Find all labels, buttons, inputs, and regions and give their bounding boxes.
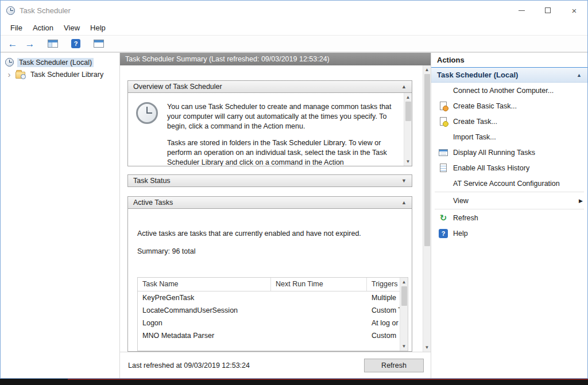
column-header-task-name[interactable]: Task Name [138,278,271,291]
active-tasks-description: Active tasks are tasks that are currentl… [137,230,408,238]
results-pane-scrollbar[interactable]: ▲ ▼ [423,65,431,352]
expand-arrow-icon[interactable]: ▼ [401,178,407,184]
column-header-next-run-time[interactable]: Next Run Time [271,278,367,291]
cell-triggers: Custom [367,332,400,340]
scroll-down-icon[interactable]: ▼ [400,342,408,351]
refresh-icon: ↻ [440,213,447,222]
action-import-task[interactable]: Import Task... [431,129,587,145]
scroll-up-icon[interactable]: ▲ [400,278,408,286]
action-create-task[interactable]: Create Task... [431,114,587,129]
action-enable-all-tasks-history[interactable]: Enable All Tasks History [431,160,587,176]
maximize-icon [545,7,551,13]
app-clock-icon [6,6,15,15]
tree-item-task-scheduler-library[interactable]: › Task Scheduler Library [1,68,119,80]
menubar: File Action View Help [1,20,587,35]
help-button[interactable]: ? [68,37,83,50]
last-refreshed-text: Last refreshed at 09/03/2019 12:53:24 [128,361,250,370]
table-row[interactable]: MNO Metadata Parser Custom [138,329,400,342]
table-scrollbar[interactable]: ▲ ▼ [400,278,408,351]
overview-section-header[interactable]: Overview of Task Scheduler ▲ [127,80,412,93]
titlebar: Task Scheduler × [1,1,587,20]
overview-text: You can use Task Scheduler to create and… [167,102,400,166]
menu-action[interactable]: Action [28,22,59,34]
collapse-arrow-icon[interactable]: ▲ [577,72,582,78]
help-icon: ? [71,39,80,48]
menu-help[interactable]: Help [85,22,111,34]
action-help[interactable]: ? Help [431,225,587,241]
overview-section-body: You can use Task Scheduler to create and… [127,93,412,166]
folder-clock-icon [16,72,25,79]
submenu-arrow-icon: ▶ [579,198,583,204]
cell-task-name: KeyPreGenTask [138,294,271,302]
actions-group-label: Task Scheduler (Local) [437,71,518,79]
create-task-icon [440,117,447,126]
overview-paragraph-1: You can use Task Scheduler to create and… [167,102,400,131]
task-status-title: Task Status [133,177,171,185]
close-button[interactable]: × [561,1,587,20]
action-view[interactable]: View ▶ [431,193,587,208]
chevron-right-icon[interactable]: › [6,70,12,79]
tree-item-label: Task Scheduler (Local) [17,58,94,67]
action-refresh[interactable]: ↻ Refresh [431,210,587,225]
action-create-basic-task[interactable]: Create Basic Task... [431,98,587,114]
scroll-thumb[interactable] [424,74,430,246]
maximize-button[interactable] [535,1,561,20]
back-button[interactable]: ← [5,37,20,50]
task-status-section-header[interactable]: Task Status ▼ [127,174,412,187]
overview-scrollbar[interactable]: ▲ ▼ [404,93,412,166]
refresh-button[interactable]: Refresh [364,359,424,372]
scroll-up-icon[interactable]: ▲ [423,65,431,74]
forward-button[interactable]: → [22,37,37,50]
action-display-all-running-tasks[interactable]: Display All Running Tasks [431,145,587,160]
summary-header: Task Scheduler Summary (Last refreshed: … [120,53,431,65]
action-connect-to-another-computer[interactable]: Connect to Another Computer... [431,83,587,98]
table-row[interactable]: LocateCommandUserSession Custom T [138,304,400,317]
action-label: Enable All Tasks History [453,164,529,172]
table-row[interactable]: Logon At log or [138,317,400,329]
show-action-pane-button[interactable] [91,37,106,50]
summary-footer: Last refreshed at 09/03/2019 12:53:24 Re… [120,352,431,378]
scroll-up-icon[interactable]: ▲ [404,93,412,102]
display-running-tasks-icon [439,149,448,156]
tree-item-task-scheduler-local[interactable]: Task Scheduler (Local) [1,56,119,68]
action-label: Help [453,230,468,238]
action-label: AT Service Account Configuration [453,180,560,188]
scroll-down-icon[interactable]: ▼ [404,157,412,166]
show-console-tree-button[interactable] [45,37,60,50]
console-tree-pane: Task Scheduler (Local) › Task Scheduler … [1,53,120,378]
minimize-button[interactable] [508,1,535,20]
action-label: Refresh [453,214,478,222]
console-tree-icon [48,40,58,48]
scroll-thumb[interactable] [405,102,411,121]
cell-task-name: Logon [138,319,271,327]
action-label: Create Task... [453,118,497,126]
collapse-arrow-icon[interactable]: ▲ [401,84,407,90]
summary-content: Overview of Task Scheduler ▲ You can use… [120,65,423,352]
cell-triggers: Custom T [367,306,400,314]
action-label: Connect to Another Computer... [453,87,554,95]
active-tasks-section-header[interactable]: Active Tasks ▲ [127,196,412,209]
scroll-down-icon[interactable]: ▼ [423,343,431,352]
column-header-triggers[interactable]: Triggers [367,278,400,291]
scroll-thumb[interactable] [401,286,407,306]
table-row[interactable]: KeyPreGenTask Multiple [138,291,400,304]
cell-task-name: LocateCommandUserSession [138,306,271,314]
menu-view[interactable]: View [59,22,85,34]
collapse-arrow-icon[interactable]: ▲ [401,200,407,205]
menu-file[interactable]: File [5,22,28,34]
overview-paragraph-2: Tasks are stored in folders in the Task … [167,138,400,166]
actions-group-header[interactable]: Task Scheduler (Local) ▲ [431,68,587,83]
action-label: Create Basic Task... [453,102,517,110]
caption-buttons: × [508,1,587,20]
active-tasks-title: Active Tasks [133,199,173,207]
action-label: View [453,197,469,205]
tree-item-label: Task Scheduler Library [29,70,105,79]
minimize-icon [519,10,525,11]
cell-triggers: Multiple [367,294,400,302]
window-title: Task Scheduler [20,6,71,15]
enable-history-icon [440,164,447,172]
divider [435,192,584,192]
action-label: Import Task... [453,133,496,141]
active-tasks-table: Task Name Next Run Time Triggers KeyPreG… [137,277,408,351]
action-at-service-account-configuration[interactable]: AT Service Account Configuration [431,176,587,191]
